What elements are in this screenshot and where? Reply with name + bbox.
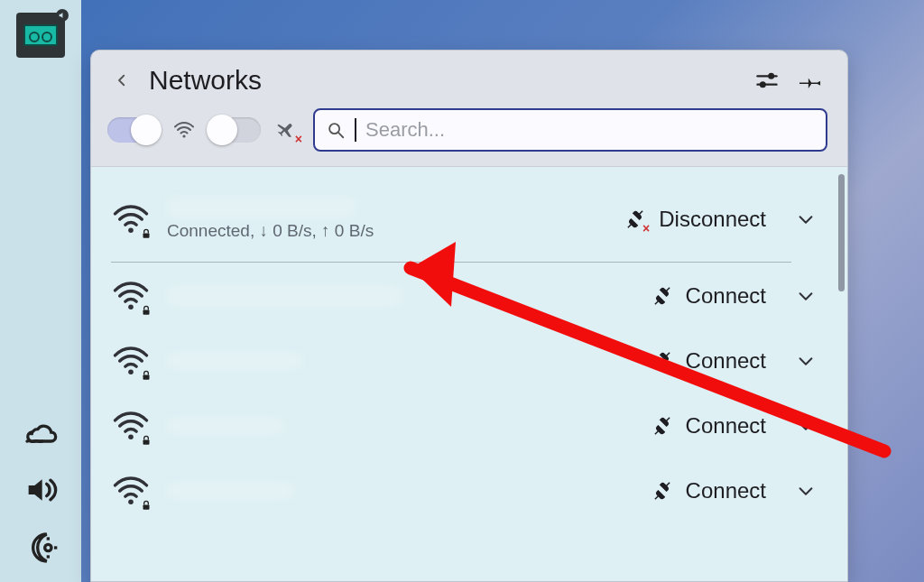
network-item[interactable]: Connect xyxy=(104,457,827,522)
network-list[interactable]: Connected, ↓ 0 B/s, ↑ 0 B/s Disconnect C… xyxy=(91,167,836,581)
action-label: Connect xyxy=(686,478,766,503)
pin-icon xyxy=(799,68,825,93)
lock-icon xyxy=(140,227,152,240)
tray-weather-icon[interactable] xyxy=(21,414,60,450)
wifi-signal-icon xyxy=(111,472,151,510)
lock-icon xyxy=(140,304,152,317)
controls-row xyxy=(91,105,847,166)
chevron-down-icon xyxy=(796,416,816,436)
connect-button[interactable]: Connect xyxy=(650,413,770,439)
action-label: Connect xyxy=(686,283,766,309)
network-item[interactable]: Connect xyxy=(104,328,827,393)
network-ssid-redacted xyxy=(167,353,302,369)
expand-button[interactable] xyxy=(793,209,818,229)
wifi-signal-icon xyxy=(111,407,151,445)
plug-connect-icon xyxy=(650,283,675,309)
connect-button[interactable]: Connect xyxy=(650,348,770,374)
wifi-signal-icon xyxy=(111,342,151,380)
action-label: Connect xyxy=(686,413,766,439)
system-tray xyxy=(0,0,81,582)
disconnect-button[interactable]: Disconnect xyxy=(623,207,770,232)
expand-button[interactable] xyxy=(793,286,818,306)
plug-disconnect-icon xyxy=(623,207,648,232)
airplane-toggle[interactable] xyxy=(210,117,261,143)
tray-volume-icon[interactable] xyxy=(21,472,60,508)
speaker-badge-icon xyxy=(58,11,67,20)
tray-night-mode-icon[interactable] xyxy=(21,530,60,566)
wifi-signal-icon xyxy=(111,200,151,238)
search-field[interactable] xyxy=(313,108,827,152)
lock-icon xyxy=(140,499,152,512)
expand-button[interactable] xyxy=(793,481,818,501)
network-ssid-redacted xyxy=(167,418,284,434)
sliders-icon xyxy=(754,68,780,93)
wifi-icon xyxy=(171,119,198,141)
network-list-area: Connected, ↓ 0 B/s, ↑ 0 B/s Disconnect C… xyxy=(91,166,847,581)
back-button[interactable] xyxy=(109,68,134,93)
panel-header: Networks xyxy=(91,51,847,105)
scrollbar[interactable] xyxy=(836,167,847,581)
search-input[interactable] xyxy=(365,110,815,150)
chevron-down-icon xyxy=(796,209,816,229)
network-status: Connected, ↓ 0 B/s, ↑ 0 B/s xyxy=(167,221,606,241)
networks-panel: Networks C xyxy=(90,50,848,582)
connect-button[interactable]: Connect xyxy=(650,283,770,309)
chevron-down-icon xyxy=(796,351,816,371)
chevron-down-icon xyxy=(796,481,816,501)
network-item[interactable]: Connected, ↓ 0 B/s, ↑ 0 B/s Disconnect xyxy=(104,176,827,263)
action-label: Disconnect xyxy=(659,207,766,232)
network-ssid-redacted xyxy=(167,286,402,306)
search-icon xyxy=(326,120,346,140)
connect-button[interactable]: Connect xyxy=(650,478,770,503)
pin-button[interactable] xyxy=(797,65,827,96)
chevron-down-icon xyxy=(796,286,816,306)
network-item[interactable]: Connect xyxy=(104,393,827,457)
plug-connect-icon xyxy=(650,478,675,503)
wifi-signal-icon xyxy=(111,277,151,315)
tray-app-audio-recorder[interactable] xyxy=(16,13,65,58)
plug-connect-icon xyxy=(650,413,675,439)
cassette-icon xyxy=(23,24,58,46)
expand-button[interactable] xyxy=(793,351,818,371)
expand-button[interactable] xyxy=(793,416,818,436)
configure-button[interactable] xyxy=(752,65,782,96)
airplane-mode-icon xyxy=(273,119,300,141)
chevron-left-icon xyxy=(114,72,130,88)
network-ssid-redacted xyxy=(167,198,356,217)
lock-icon xyxy=(140,434,152,447)
network-ssid-redacted xyxy=(167,483,293,499)
plug-connect-icon xyxy=(650,348,675,374)
panel-title: Networks xyxy=(149,65,737,96)
wifi-toggle[interactable] xyxy=(107,117,158,143)
scroll-thumb[interactable] xyxy=(838,174,845,291)
lock-icon xyxy=(140,369,152,382)
network-item[interactable]: Connect xyxy=(104,263,827,328)
action-label: Connect xyxy=(686,348,766,374)
text-caret xyxy=(355,118,356,142)
